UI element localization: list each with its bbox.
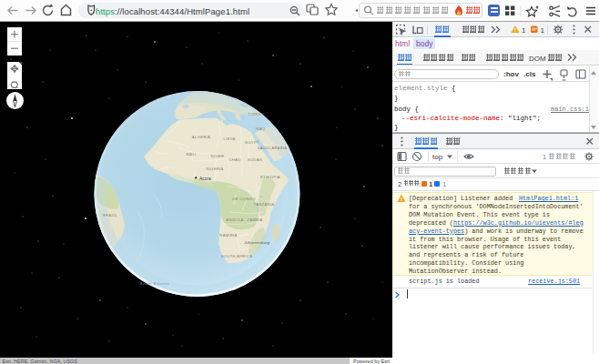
svg-text:IRAQ: IRAQ [256, 126, 266, 131]
svg-text:ALGERIA: ALGERIA [192, 135, 210, 139]
svg-text:ANGOLA: ANGOLA [226, 217, 243, 222]
svg-text:SAUDI ARABIA: SAUDI ARABIA [258, 146, 288, 150]
svg-text:TURKEY: TURKEY [248, 112, 264, 116]
svg-text:TANZANIA: TANZANIA [254, 202, 275, 207]
svg-text:South Atlantic: South Atlantic [140, 281, 170, 286]
svg-text:SOUTH AFRICA: SOUTH AFRICA [221, 254, 253, 258]
svg-text:NIGERIA: NIGERIA [206, 167, 223, 171]
svg-text:Accra: Accra [199, 176, 211, 181]
svg-text:!: ! [401, 197, 402, 202]
svg-text:CHAD: CHAD [228, 157, 240, 162]
svg-text:BRAZIL: BRAZIL [103, 213, 118, 217]
svg-text:EGYPT: EGYPT [245, 140, 259, 145]
svg-text:MALI: MALI [187, 152, 197, 157]
svg-text:ETHIOPIA: ETHIOPIA [260, 175, 280, 179]
svg-text:!: ! [514, 27, 516, 33]
svg-text:LIBYA: LIBYA [223, 136, 235, 141]
svg-text:SUDAN: SUDAN [248, 157, 262, 162]
svg-text:NAMIBIA: NAMIBIA [219, 233, 237, 238]
svg-text:top: top [432, 153, 443, 161]
svg-text:Johannesburg: Johannesburg [243, 240, 269, 245]
svg-text:DR CONGO: DR CONGO [232, 197, 256, 201]
svg-text:NIGER: NIGER [211, 154, 225, 158]
svg-text:ZAMBIA: ZAMBIA [247, 217, 262, 222]
